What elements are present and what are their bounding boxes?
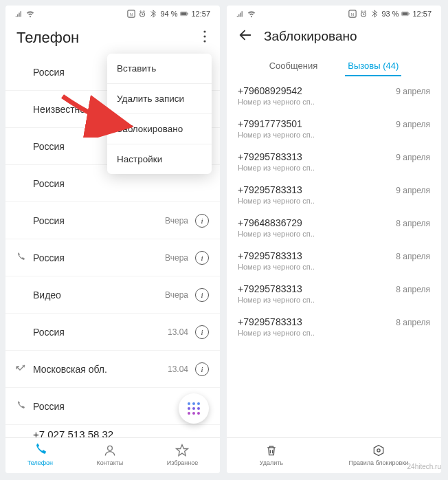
- gear-hexagon-icon: [372, 444, 385, 457]
- dialpad-fab[interactable]: [179, 393, 209, 424]
- svg-text:N: N: [351, 12, 354, 17]
- time-text: 12:57: [412, 10, 432, 18]
- nav-delete[interactable]: Удалить: [260, 444, 283, 466]
- phone-left: N 94 % 12:57 Телефон Россия Неизвестно Р…: [5, 6, 220, 473]
- phone-icon: [33, 444, 47, 457]
- contacts-icon: [103, 444, 117, 457]
- blocked-row[interactable]: +796089295429 апреляНомер из черного сп.…: [227, 79, 441, 112]
- battery-icon: [401, 10, 410, 18]
- blocked-row[interactable]: +796488367298 апреляНомер из черного сп.…: [227, 211, 441, 244]
- battery-text: 94 %: [160, 10, 177, 18]
- nfc-icon: N: [127, 10, 135, 18]
- info-icon[interactable]: i: [195, 251, 209, 265]
- call-row[interactable]: ВидеоВчераi: [5, 276, 220, 314]
- bluetooth-icon: [370, 10, 379, 18]
- status-bar: N 94 % 12:57: [5, 6, 220, 21]
- call-row[interactable]: +7 027 513 58 32: [5, 425, 220, 437]
- blocked-row[interactable]: +792957833138 апреляНомер из черного сп.…: [227, 277, 441, 310]
- nav-contacts[interactable]: Контакты: [96, 444, 123, 466]
- signal-icon: [15, 10, 23, 18]
- watermark: 24hitech.ru: [407, 463, 441, 470]
- tabs: Сообщения Вызовы (44): [227, 51, 441, 76]
- battery-text: 93 %: [381, 10, 399, 18]
- alarm-icon: [359, 10, 368, 18]
- tab-calls[interactable]: Вызовы (44): [345, 56, 401, 76]
- svg-point-8: [203, 40, 205, 42]
- blocked-row[interactable]: +792957833138 апреляНомер из черного сп.…: [227, 310, 441, 343]
- menu-paste[interactable]: Вставить: [107, 54, 212, 84]
- info-icon[interactable]: i: [195, 288, 209, 302]
- call-row[interactable]: РоссияВчераi: [5, 239, 220, 276]
- wifi-icon: [26, 10, 34, 18]
- phone-right: N 93 % 12:57 Заблокировано Сообщения Выз…: [227, 6, 441, 473]
- arrow-left-icon: [238, 28, 253, 43]
- svg-rect-16: [403, 12, 408, 15]
- blocked-list: +796089295429 апреляНомер из черного сп.…: [227, 76, 441, 437]
- svg-rect-4: [181, 12, 187, 15]
- status-bar: N 93 % 12:57: [227, 6, 441, 21]
- svg-rect-5: [188, 13, 188, 14]
- info-icon[interactable]: i: [195, 214, 209, 228]
- tab-messages[interactable]: Сообщения: [267, 56, 321, 76]
- info-icon[interactable]: i: [195, 362, 209, 376]
- svg-rect-17: [409, 13, 410, 14]
- page-title: Телефон: [16, 29, 201, 47]
- nfc-icon: N: [348, 10, 357, 18]
- more-button[interactable]: [201, 28, 209, 48]
- annotation-arrow: [59, 89, 135, 138]
- star-icon: [175, 444, 189, 457]
- battery-icon: [180, 10, 188, 18]
- blocked-row[interactable]: +792957833138 апреляНомер из черного сп.…: [227, 244, 441, 277]
- signal-icon: [236, 10, 245, 18]
- header: Телефон: [5, 21, 220, 54]
- call-row[interactable]: Россия13.04i: [5, 314, 220, 351]
- trash-icon: [265, 444, 278, 457]
- header: Заблокировано: [227, 21, 441, 51]
- page-title: Заблокировано: [264, 29, 430, 44]
- svg-text:N: N: [130, 12, 133, 17]
- nav-rules[interactable]: Правила блокировки: [348, 444, 408, 466]
- svg-point-18: [377, 449, 380, 452]
- blocked-row[interactable]: +799177735019 апреляНомер из черного сп.…: [227, 112, 441, 145]
- back-button[interactable]: [238, 28, 253, 45]
- wifi-icon: [247, 10, 256, 18]
- nav-phone[interactable]: Телефон: [27, 444, 53, 466]
- svg-point-7: [203, 35, 205, 37]
- svg-point-11: [108, 446, 113, 450]
- dialpad-icon: [188, 402, 200, 415]
- bottom-nav: Телефон Контакты Избранное: [5, 437, 220, 473]
- call-row[interactable]: Московская обл.13.04i: [5, 351, 220, 388]
- svg-point-6: [203, 30, 205, 32]
- outgoing-call-icon: [15, 401, 26, 412]
- missed-call-icon: [15, 364, 26, 375]
- bluetooth-icon: [149, 10, 157, 18]
- blocked-row[interactable]: +792957833139 апреляНомер из черного сп.…: [227, 145, 441, 178]
- time-text: 12:57: [191, 10, 210, 18]
- outgoing-call-icon: [15, 252, 26, 263]
- call-row[interactable]: РоссияВчераi: [5, 202, 220, 239]
- nav-favorites[interactable]: Избранное: [167, 444, 199, 466]
- info-icon[interactable]: i: [195, 325, 209, 339]
- menu-settings[interactable]: Настройки: [107, 144, 212, 174]
- more-vertical-icon: [203, 30, 206, 43]
- alarm-icon: [138, 10, 146, 18]
- blocked-row[interactable]: +792957833139 апреляНомер из черного сп.…: [227, 178, 441, 211]
